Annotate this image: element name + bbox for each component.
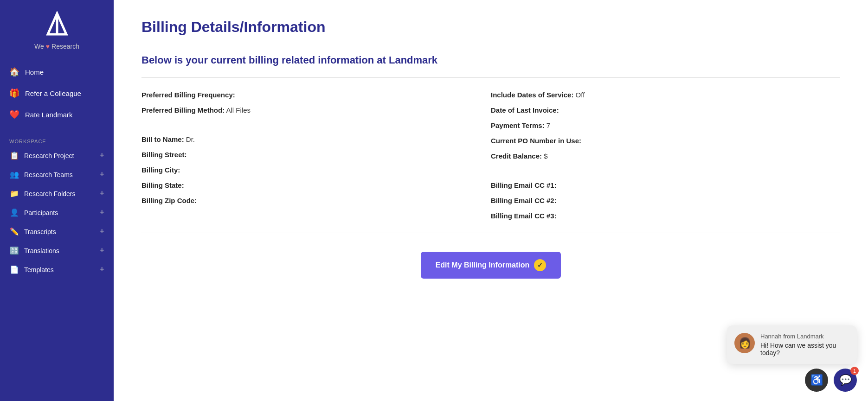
billing-street-label: Billing Street: xyxy=(141,151,187,159)
chat-content: Hannah from Landmark Hi! How can we assi… xyxy=(760,333,849,356)
sidebar-item-participants[interactable]: 👤 Participants + xyxy=(0,203,114,222)
workspace-label-research-teams: Research Teams xyxy=(24,171,73,178)
gift-icon: 🎁 xyxy=(9,88,19,98)
sidebar-item-templates[interactable]: 📄 Templates + xyxy=(0,260,114,279)
workspace-label: WORKSPACE xyxy=(0,131,114,146)
sidebar-item-research-teams[interactable]: 👥 Research Teams + xyxy=(0,165,114,184)
payment-terms-value: 7 xyxy=(547,121,550,129)
transcripts-plus[interactable]: + xyxy=(99,227,104,236)
translations-plus[interactable]: + xyxy=(99,246,104,255)
transcripts-icon: ✏️ xyxy=(9,227,19,236)
check-icon: ✓ xyxy=(534,259,546,271)
workspace-label-participants: Participants xyxy=(24,209,58,216)
po-number-label: Current PO Number in Use: xyxy=(491,137,581,145)
billing-city-field: Billing City: xyxy=(141,162,491,178)
templates-icon: 📄 xyxy=(9,265,19,274)
workspace-label-templates: Templates xyxy=(24,266,54,274)
workspace-label-transcripts: Transcripts xyxy=(24,228,56,236)
billing-street-field: Billing Street: xyxy=(141,147,491,162)
sidebar: We ♥ Research 🏠 Home 🎁 Refer a Colleague… xyxy=(0,0,114,401)
billing-city-label: Billing City: xyxy=(141,166,180,174)
research-project-icon: 📋 xyxy=(9,151,19,160)
research-folders-icon: 📁 xyxy=(9,189,19,198)
chat-open-button[interactable]: 💬 1 xyxy=(834,369,857,392)
include-dates-label: Include Dates of Service: xyxy=(491,91,573,99)
email-cc1-label: Billing Email CC #1: xyxy=(491,181,557,189)
bottom-divider xyxy=(141,233,840,233)
include-dates-value: Off xyxy=(576,91,585,99)
billing-state-field: Billing State: xyxy=(141,178,491,193)
billing-zip-field: Billing Zip Code: xyxy=(141,193,491,208)
billing-left-column: Preferred Billing Frequency: Preferred B… xyxy=(141,87,491,223)
templates-plus[interactable]: + xyxy=(99,265,104,274)
sidebar-nav: 🏠 Home 🎁 Refer a Colleague ❤️ Rate Landm… xyxy=(0,57,114,129)
edit-billing-button[interactable]: Edit My Billing Information ✓ xyxy=(421,252,561,279)
email-cc3-label: Billing Email CC #3: xyxy=(491,212,557,220)
sidebar-item-refer-colleague[interactable]: 🎁 Refer a Colleague xyxy=(0,83,114,104)
credit-balance-value: $ xyxy=(544,152,547,160)
workspace-label-research-folders: Research Folders xyxy=(24,190,76,197)
email-cc3-field: Billing Email CC #3: xyxy=(491,208,840,223)
email-cc1-field: Billing Email CC #1: xyxy=(491,178,840,193)
nav-label-home: Home xyxy=(25,68,44,76)
chat-badge: 1 xyxy=(850,367,859,375)
workspace-label-translations: Translations xyxy=(24,247,59,255)
bill-to-name-label: Bill to Name: xyxy=(141,135,184,143)
nav-label-rate-landmark: Rate Landmark xyxy=(25,111,73,119)
last-invoice-label: Date of Last Invoice: xyxy=(491,106,559,114)
research-folders-plus[interactable]: + xyxy=(99,189,104,198)
workspace-nav: 📋 Research Project + 👥 Research Teams + … xyxy=(0,146,114,279)
billing-subtitle: Below is your current billing related in… xyxy=(141,54,840,66)
last-invoice-field: Date of Last Invoice: xyxy=(491,102,840,118)
tagline-post: Research xyxy=(51,43,79,50)
translations-icon: 🔠 xyxy=(9,246,19,255)
sidebar-item-research-project[interactable]: 📋 Research Project + xyxy=(0,146,114,165)
chat-agent-name: Hannah from Landmark xyxy=(760,333,849,340)
workspace-label-research-project: Research Project xyxy=(24,152,74,159)
billing-method-field: Preferred Billing Method: All Files xyxy=(141,102,491,118)
include-dates-field: Include Dates of Service: Off xyxy=(491,87,840,102)
billing-frequency-label: Preferred Billing Frequency: xyxy=(141,91,235,99)
billing-info-grid: Preferred Billing Frequency: Preferred B… xyxy=(141,87,840,223)
billing-frequency-field: Preferred Billing Frequency: xyxy=(141,87,491,102)
research-project-plus[interactable]: + xyxy=(99,151,104,160)
email-cc2-field: Billing Email CC #2: xyxy=(491,193,840,208)
payment-terms-label: Payment Terms: xyxy=(491,121,545,129)
sidebar-item-rate-landmark[interactable]: ❤️ Rate Landmark xyxy=(0,104,114,125)
top-divider xyxy=(141,77,840,78)
page-title: Billing Details/Information xyxy=(141,19,840,36)
sidebar-tagline: We ♥ Research xyxy=(34,43,79,50)
participants-plus[interactable]: + xyxy=(99,208,104,217)
nav-label-refer-colleague: Refer a Colleague xyxy=(25,89,81,97)
sidebar-logo: We ♥ Research xyxy=(0,0,114,57)
sidebar-item-home[interactable]: 🏠 Home xyxy=(0,61,114,83)
chat-avatar: 👩 xyxy=(734,333,755,353)
landmark-logo-icon xyxy=(43,11,71,39)
payment-terms-field: Payment Terms: 7 xyxy=(491,118,840,133)
chat-widget: 👩 Hannah from Landmark Hi! How can we as… xyxy=(727,325,857,364)
bill-to-name-value: Dr. xyxy=(186,135,195,143)
edit-button-container: Edit My Billing Information ✓ xyxy=(141,252,840,279)
bill-to-name-field: Bill to Name: Dr. xyxy=(141,132,491,147)
credit-balance-label: Credit Balance: xyxy=(491,152,542,160)
sidebar-item-transcripts[interactable]: ✏️ Transcripts + xyxy=(0,222,114,241)
sidebar-item-research-folders[interactable]: 📁 Research Folders + xyxy=(0,184,114,203)
po-number-field: Current PO Number in Use: xyxy=(491,133,840,148)
research-teams-icon: 👥 xyxy=(9,170,19,179)
chat-message: Hi! How can we assist you today? xyxy=(760,342,849,356)
email-cc2-label: Billing Email CC #2: xyxy=(491,197,557,204)
billing-method-label: Preferred Billing Method: xyxy=(141,106,225,114)
tagline-pre: We xyxy=(34,43,44,50)
bottom-buttons: ♿ 💬 1 xyxy=(805,369,857,392)
billing-zip-label: Billing Zip Code: xyxy=(141,197,197,204)
research-teams-plus[interactable]: + xyxy=(99,170,104,179)
billing-right-column: Include Dates of Service: Off Date of La… xyxy=(491,87,840,223)
billing-spacer xyxy=(141,118,491,132)
heart-icon: ♥ xyxy=(46,43,50,50)
accessibility-button[interactable]: ♿ xyxy=(805,369,828,392)
participants-icon: 👤 xyxy=(9,208,19,217)
billing-right-spacer xyxy=(491,164,840,178)
billing-method-value: All Files xyxy=(226,106,251,114)
credit-balance-field: Credit Balance: $ xyxy=(491,148,840,164)
sidebar-item-translations[interactable]: 🔠 Translations + xyxy=(0,241,114,260)
